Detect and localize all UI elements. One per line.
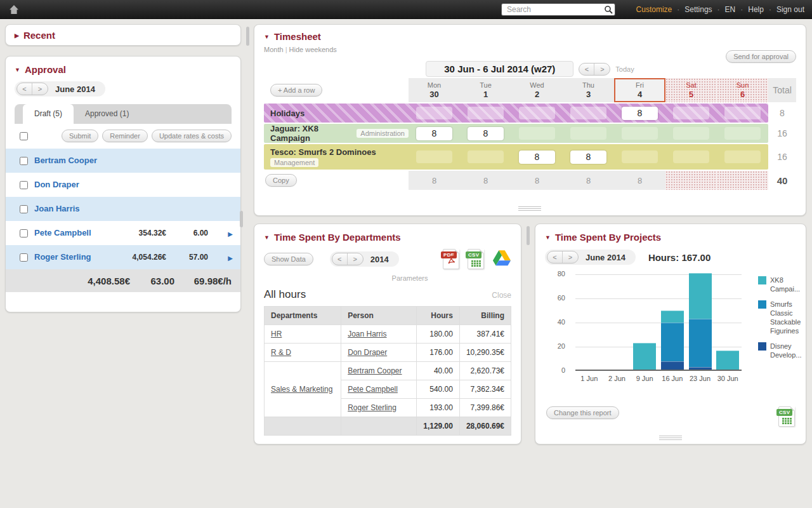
day-total-weekend [665,171,717,190]
person-link[interactable]: Bertram Cooper [34,155,108,166]
person-link[interactable]: Roger Sterling [34,251,108,263]
row-checkbox[interactable] [20,229,28,237]
update-rates-button[interactable]: Update rates & costs [152,130,232,142]
expand-arrow-icon[interactable] [220,229,233,238]
projects-panel-header[interactable]: Time Spent By Projects [545,232,796,243]
tab-draft[interactable]: Draft (5) [23,104,74,124]
change-report-button[interactable]: Change this report [546,406,619,419]
person-link[interactable]: Don Draper [348,348,387,357]
hour-cell-input[interactable] [622,150,658,163]
add-row-button[interactable]: + Add a row [270,84,322,97]
pdf-glyph [447,255,456,267]
nav-settings[interactable]: Settings [684,5,712,14]
day-header: Thu3 [563,78,614,102]
week-prev-button[interactable]: < [579,64,594,75]
select-all-checkbox[interactable] [20,132,28,140]
person-link[interactable]: Joan Harris [34,203,108,215]
month-next-button[interactable]: > [563,251,578,263]
person-link[interactable]: Pete Campbell [348,385,398,394]
hour-cell-input[interactable] [416,107,452,119]
show-data-button[interactable]: Show Data [264,253,313,265]
person-link[interactable]: Bertram Cooper [348,366,402,375]
hour-cell-input[interactable] [673,127,709,140]
recent-panel-header[interactable]: Recent [15,30,232,41]
legend-swatch [758,300,766,309]
nav-help[interactable]: Help [748,5,764,14]
nav-language[interactable]: EN [725,5,736,14]
projects-resize-handle[interactable] [659,436,682,441]
hour-cell-input[interactable] [468,107,504,119]
month-prev-button[interactable]: < [547,251,563,263]
send-for-approval-button[interactable]: Send for approval [726,50,796,63]
department-link[interactable]: Sales & Marketing [271,385,332,394]
view-month-link[interactable]: Month [264,46,284,53]
year-next-button[interactable]: > [348,253,363,265]
column-divider-handle[interactable] [240,211,243,227]
table-row: R & D Don Draper 176.00 10,290.35€ [265,344,511,362]
copy-button[interactable]: Copy [265,174,297,187]
export-csv-icon[interactable]: CSV [778,406,795,427]
hour-cell-input[interactable] [673,107,709,119]
search-icon[interactable] [604,5,613,17]
hour-cell-input[interactable] [570,107,606,119]
approval-row: Joan Harris [6,197,240,221]
google-drive-icon[interactable] [492,250,511,269]
hour-cell-input[interactable] [724,107,761,119]
export-csv-icon[interactable]: CSV [468,249,484,269]
departments-panel-header[interactable]: Time Spent By Departments [264,232,511,243]
search-input[interactable] [501,3,615,16]
today-link[interactable]: Today [615,65,634,73]
hour-cell-input[interactable] [724,127,761,140]
approval-next-button[interactable]: > [32,83,48,95]
close-link[interactable]: Close [492,291,511,300]
week-range-picker[interactable]: 30 Jun - 6 Jul 2014 (w27) [426,61,573,77]
row-checkbox[interactable] [20,205,28,213]
year-prev-button[interactable]: < [332,253,348,265]
table-row: HR Joan Harris 180.00 387.41€ [265,325,511,344]
home-icon[interactable] [9,4,19,17]
row-checkbox[interactable] [20,181,28,189]
hour-cell-input[interactable] [570,127,606,140]
day-total: 8 [460,171,511,190]
person-link[interactable]: Pete Campbell [34,227,108,239]
column-divider-handle[interactable] [527,226,530,245]
hour-cell-input[interactable] [468,150,504,163]
hour-cell-input[interactable]: 8 [468,127,504,140]
nav-signout[interactable]: Sign out [776,5,804,14]
person-link[interactable]: Roger Sterling [348,403,396,412]
person-link[interactable]: Joan Harris [348,330,386,338]
hour-cell-input[interactable] [622,127,658,140]
approval-panel-header[interactable]: Approval [15,64,240,75]
hour-cell-input[interactable]: 8 [519,150,555,164]
week-next-button[interactable]: > [594,64,610,75]
department-link[interactable]: HR [271,330,282,338]
hour-cell-input[interactable]: 8 [622,107,658,120]
reminder-button[interactable]: Reminder [102,130,148,142]
row-total: 8 [768,104,796,123]
approval-period-label: June 2014 [55,84,95,94]
hour-cell-input[interactable] [416,150,452,163]
timesheet-panel-header[interactable]: Timesheet [264,31,796,42]
person-link[interactable]: Don Draper [34,179,108,190]
tab-approved[interactable]: Approved (1) [74,104,140,124]
nav-customize[interactable]: Customize [636,5,672,14]
hour-cell-input[interactable] [519,127,555,140]
hour-cell-input[interactable] [519,107,555,119]
approval-prev-button[interactable]: < [17,83,32,95]
hour-cell-input[interactable]: 8 [570,150,606,164]
export-pdf-icon[interactable]: PDF [443,249,459,269]
row-checkbox[interactable] [20,157,28,165]
row-checkbox[interactable] [20,253,28,262]
legend-item: Disney Develop... [758,342,808,360]
hide-weekends-link[interactable]: Hide weekends [284,46,337,53]
expand-arrow-icon[interactable] [220,253,233,262]
day-total: 8 [409,171,460,190]
column-divider-handle[interactable] [246,27,249,46]
parameters-link[interactable]: Parameters [264,274,511,282]
timesheet-resize-handle[interactable] [518,206,541,211]
submit-button[interactable]: Submit [62,130,98,142]
department-link[interactable]: R & D [271,348,291,357]
hour-cell-input[interactable] [724,150,761,163]
hour-cell-input[interactable]: 8 [416,127,452,140]
hour-cell-input[interactable] [673,150,709,163]
